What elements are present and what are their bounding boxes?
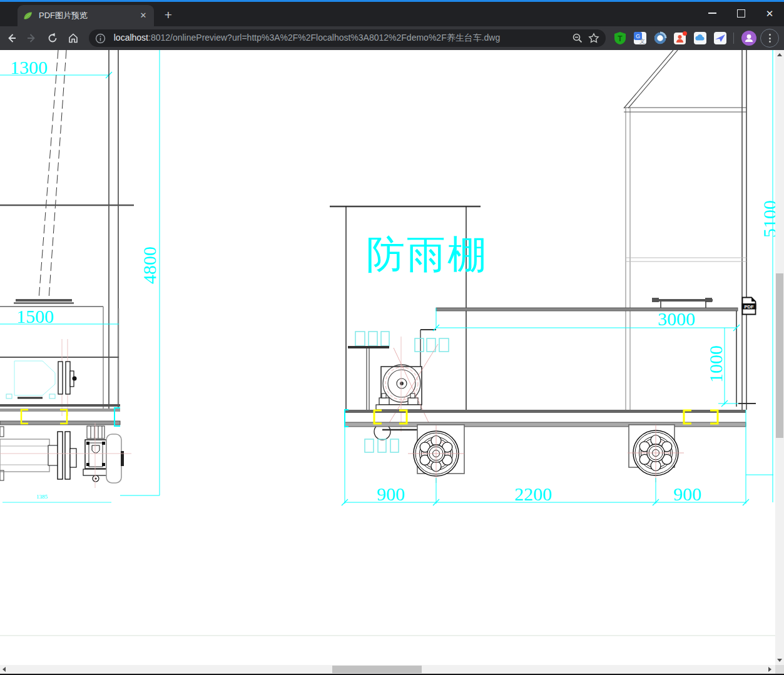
dim-2200: 2200 — [514, 484, 552, 504]
window-maximize-button[interactable] — [726, 2, 755, 24]
scrollbar-corner — [775, 665, 784, 674]
extension-bird[interactable] — [712, 30, 728, 46]
bookmark-button[interactable] — [586, 30, 602, 46]
reload-icon — [47, 33, 58, 44]
dim-4800: 4800 — [139, 246, 160, 284]
dim-1500: 1500 — [16, 306, 54, 327]
scroll-down-arrow-icon[interactable] — [777, 659, 782, 662]
cad-drawing: 1300 4800 1500 — [0, 50, 775, 665]
window-controls: ✕ — [698, 2, 784, 24]
helper-icon — [673, 31, 688, 46]
svg-text:PDF: PDF — [745, 304, 754, 310]
toolbar-separator — [733, 33, 734, 44]
window-minimize-button[interactable] — [698, 2, 726, 24]
dim-1385: 1385 — [36, 494, 48, 500]
extension-ring[interactable] — [652, 30, 668, 46]
horizontal-scrollbar[interactable] — [0, 665, 775, 674]
browser-titlebar: PDF图片预览 ✕ + ✕ — [0, 0, 784, 26]
extension-translate[interactable]: G 文 — [632, 30, 648, 46]
home-button[interactable] — [64, 29, 83, 48]
avatar-figure-icon — [744, 33, 754, 43]
dim-900-right: 900 — [673, 484, 701, 504]
three-dots-icon — [769, 34, 771, 43]
scroll-left-arrow-icon[interactable] — [3, 667, 6, 672]
extension-tampermonkey[interactable]: T — [612, 30, 628, 46]
extension-cloud[interactable] — [692, 30, 708, 46]
pdf-file-icon: PDF — [741, 297, 756, 315]
vertical-scrollbar[interactable] — [775, 50, 784, 665]
tampermonkey-icon: T — [613, 31, 627, 45]
page-content: 1300 4800 1500 — [0, 50, 784, 674]
pdf-download-badge[interactable]: PDF — [741, 297, 756, 315]
dim-1300: 1300 — [10, 57, 48, 78]
spring-leaf-icon — [23, 11, 33, 21]
scroll-right-arrow-icon[interactable] — [768, 667, 771, 672]
url-path: :8012/onlinePreview?url=http%3A%2F%2Floc… — [148, 33, 500, 43]
extensions-row: T G 文 — [612, 29, 784, 48]
browser-toolbar: localhost:8012/onlinePreview?url=http%3A… — [0, 26, 784, 50]
scroll-up-arrow-icon[interactable] — [777, 53, 782, 56]
cloud-icon — [693, 31, 707, 45]
back-button[interactable] — [2, 29, 21, 48]
bookmark-star-icon — [588, 33, 599, 44]
url-host: localhost — [114, 33, 148, 43]
svg-text:T: T — [618, 34, 623, 43]
forward-button[interactable] — [23, 29, 41, 48]
address-bar[interactable]: localhost:8012/onlinePreview?url=http%3A… — [89, 29, 606, 47]
zoom-button[interactable] — [569, 30, 586, 46]
dim-1000: 1000 — [705, 345, 726, 383]
shelter-label: 防雨棚 — [366, 231, 488, 277]
ring-icon — [653, 31, 667, 45]
forward-icon — [26, 33, 38, 44]
window-close-button[interactable]: ✕ — [755, 2, 784, 24]
back-icon — [6, 33, 17, 44]
horizontal-scrollbar-thumb[interactable] — [332, 666, 422, 673]
reload-button[interactable] — [43, 29, 62, 48]
svg-text:文: 文 — [639, 38, 645, 44]
dim-900-left: 900 — [377, 484, 405, 504]
browser-tab[interactable]: PDF图片预览 ✕ — [18, 5, 154, 26]
dim-3000: 3000 — [658, 308, 695, 329]
browser-menu-button[interactable] — [760, 29, 779, 48]
translate-icon: G 文 — [633, 31, 647, 45]
home-icon — [68, 33, 79, 44]
new-tab-button[interactable]: + — [160, 8, 176, 24]
tab-close-icon[interactable]: ✕ — [138, 10, 149, 21]
close-icon: ✕ — [766, 9, 774, 18]
maximize-icon — [737, 9, 745, 18]
minimize-icon — [708, 13, 716, 14]
dim-5100: 5100 — [759, 200, 775, 238]
tab-title: PDF图片预览 — [39, 10, 138, 21]
window-accent-stripe — [0, 0, 784, 2]
url-text[interactable]: localhost:8012/onlinePreview?url=http%3A… — [114, 33, 569, 44]
zoom-icon — [572, 33, 583, 44]
info-icon — [95, 33, 106, 44]
profile-avatar[interactable] — [741, 31, 756, 46]
vertical-scrollbar-thumb[interactable] — [776, 273, 783, 438]
bird-icon — [713, 31, 727, 45]
extension-helper[interactable] — [672, 30, 688, 46]
site-info-button[interactable] — [93, 30, 109, 46]
